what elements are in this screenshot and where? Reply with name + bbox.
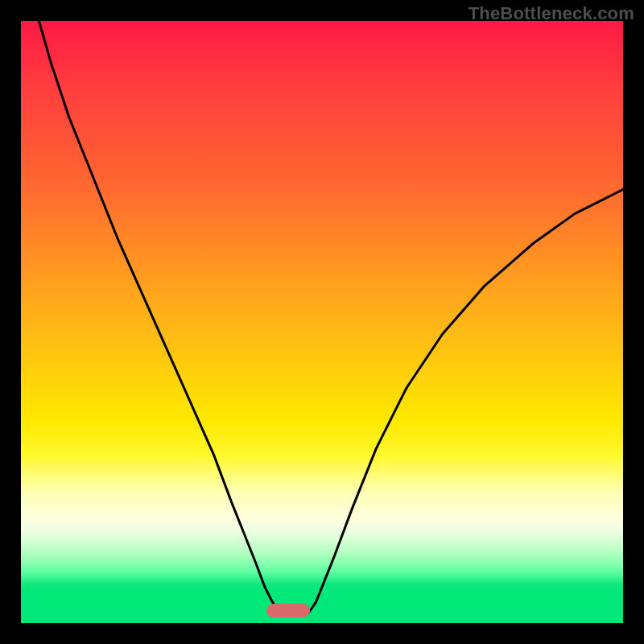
- outer-frame: TheBottleneck.com: [0, 0, 644, 644]
- watermark-text: TheBottleneck.com: [469, 3, 634, 24]
- curve-right-branch: [307, 189, 623, 613]
- minimum-region-marker: [266, 604, 310, 617]
- curve-left-branch: [39, 21, 283, 614]
- curve-layer: [21, 21, 623, 623]
